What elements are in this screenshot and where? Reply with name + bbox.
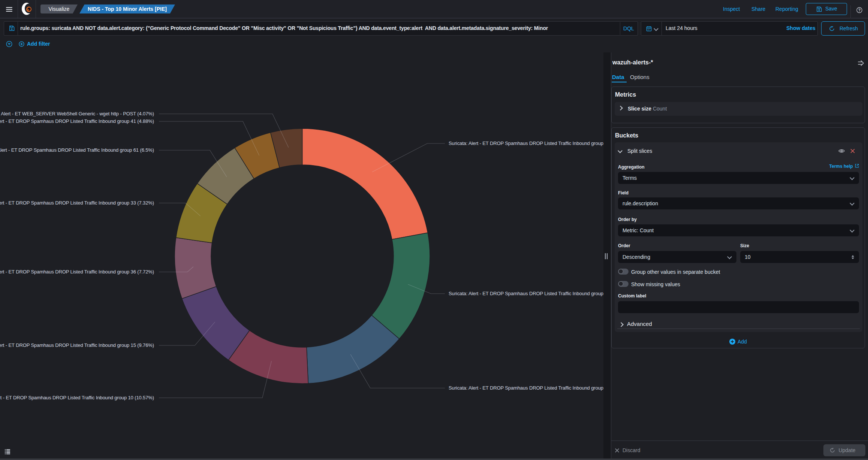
svg-text:?: ? — [858, 8, 861, 12]
